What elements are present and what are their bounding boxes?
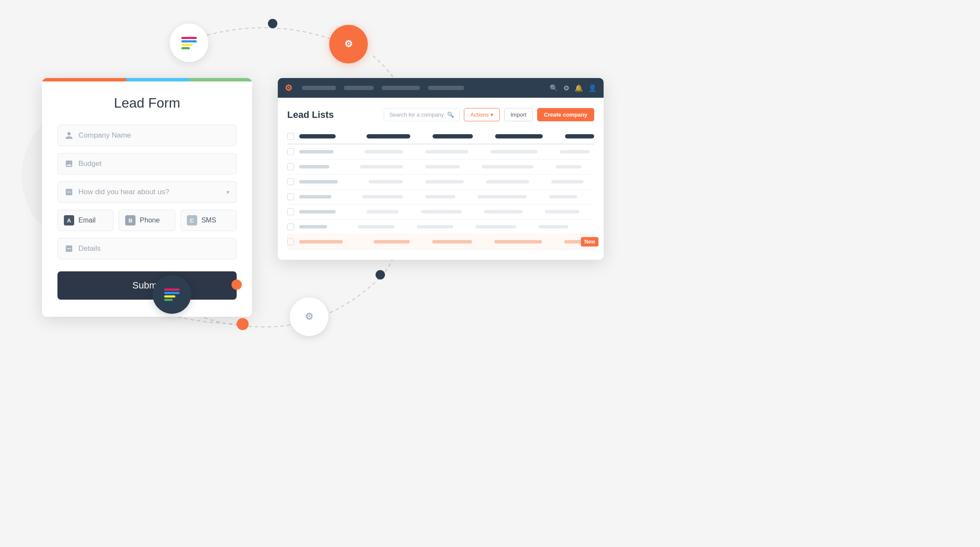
email-button[interactable]: A Email xyxy=(57,210,114,231)
crm-table: New xyxy=(287,129,594,249)
col-header-3 xyxy=(433,134,473,138)
row-cell xyxy=(299,195,331,198)
row-cell xyxy=(425,195,455,198)
sms-badge: C xyxy=(187,215,197,225)
row-checkbox-new[interactable] xyxy=(287,238,294,245)
table-row[interactable] xyxy=(287,159,594,174)
row-cell xyxy=(425,180,464,183)
details-placeholder: Details xyxy=(78,244,101,253)
crm-title: Lead Lists xyxy=(287,109,334,120)
row-checkbox[interactable] xyxy=(287,148,294,155)
budget-field[interactable]: Budget xyxy=(57,153,237,174)
row-cell xyxy=(369,180,403,183)
phone-button[interactable]: B Phone xyxy=(119,210,175,231)
notifications-icon[interactable]: 🔔 xyxy=(574,84,583,92)
table-row[interactable] xyxy=(287,219,594,234)
actions-label: Actions xyxy=(470,111,489,118)
nav-item-1[interactable] xyxy=(302,86,336,90)
chevron-down-icon: ▾ xyxy=(226,189,229,195)
row-cell xyxy=(425,165,460,168)
row-cell xyxy=(556,165,581,168)
row-checkbox[interactable] xyxy=(287,163,294,170)
col-header-2 xyxy=(367,134,410,138)
crm-nav-icons: 🔍 ⚙ 🔔 👤 xyxy=(550,84,597,92)
form-top-bar xyxy=(42,78,252,81)
phone-badge: B xyxy=(125,215,135,225)
row-cell xyxy=(299,225,327,228)
person-icon xyxy=(65,131,73,140)
nav-item-2[interactable] xyxy=(344,86,374,90)
row-cell xyxy=(362,195,403,198)
table-header-row xyxy=(287,129,594,144)
row-cell xyxy=(421,210,462,213)
table-row[interactable] xyxy=(287,144,594,159)
row-cell xyxy=(364,150,403,153)
col-header-4 xyxy=(495,134,543,138)
crm-header-row: Lead Lists Search for a company 🔍 Action… xyxy=(287,108,594,121)
row-cell xyxy=(299,165,329,168)
crm-body: Lead Lists Search for a company 🔍 Action… xyxy=(278,98,604,260)
company-search-box[interactable]: Search for a company 🔍 xyxy=(384,108,460,121)
crm-actions-row: Search for a company 🔍 Actions ▾ Import … xyxy=(384,108,594,121)
checkbox-icon xyxy=(65,188,73,196)
row-cell xyxy=(299,150,334,153)
source-placeholder: How did you hear about us? xyxy=(78,188,169,196)
row-cell-new xyxy=(374,240,410,243)
sms-label: SMS xyxy=(201,216,216,224)
crm-hubspot-logo: ⚙ xyxy=(285,83,292,93)
row-checkbox[interactable] xyxy=(287,208,294,215)
row-cell xyxy=(475,225,516,228)
row-cell xyxy=(425,150,468,153)
image-icon xyxy=(65,159,73,168)
crm-topbar: ⚙ 🔍 ⚙ 🔔 👤 xyxy=(278,78,604,98)
header-checkbox[interactable] xyxy=(287,133,294,140)
row-cell xyxy=(538,225,568,228)
hubspot-icon-gray: ⚙ xyxy=(290,298,328,336)
email-label: Email xyxy=(78,216,96,224)
user-avatar[interactable]: 👤 xyxy=(588,84,597,92)
row-cell xyxy=(560,150,590,153)
row-cell-new xyxy=(494,240,542,243)
row-cell xyxy=(299,180,338,183)
phone-label: Phone xyxy=(140,216,159,224)
row-cell xyxy=(482,165,533,168)
table-row[interactable] xyxy=(287,204,594,219)
submit-button-container: Submit xyxy=(57,270,237,300)
create-company-button[interactable]: Create company xyxy=(537,108,594,121)
nav-item-3[interactable] xyxy=(382,86,420,90)
actions-chevron: ▾ xyxy=(490,111,493,118)
search-icon[interactable]: 🔍 xyxy=(550,84,558,92)
row-cell xyxy=(486,180,529,183)
email-badge: A xyxy=(64,215,74,225)
row-checkbox[interactable] xyxy=(287,178,294,185)
row-checkbox[interactable] xyxy=(287,193,294,200)
nav-item-4[interactable] xyxy=(428,86,464,90)
table-row-new[interactable]: New xyxy=(287,234,594,249)
col-header-1 xyxy=(299,134,336,138)
details-field[interactable]: Details xyxy=(57,238,237,259)
stack-bars-white xyxy=(181,37,197,49)
import-button[interactable]: Import xyxy=(504,108,533,121)
table-row[interactable] xyxy=(287,174,594,189)
hubspot-logo-bottom: ⚙ xyxy=(305,311,313,322)
row-cell xyxy=(367,210,399,213)
lead-form-title: Lead Form xyxy=(57,95,237,111)
row-cell xyxy=(490,150,538,153)
table-row[interactable] xyxy=(287,189,594,204)
row-checkbox[interactable] xyxy=(287,223,294,230)
source-dropdown[interactable]: How did you hear about us? ▾ xyxy=(57,181,237,203)
row-cell-new xyxy=(432,240,472,243)
top-dot xyxy=(268,19,277,28)
actions-button[interactable]: Actions ▾ xyxy=(464,108,500,121)
row-cell xyxy=(417,225,453,228)
row-cell xyxy=(360,165,403,168)
company-name-field[interactable]: Company Name xyxy=(57,125,237,146)
col-header-5 xyxy=(565,134,594,138)
bottom-right-dot xyxy=(376,270,385,280)
sms-button[interactable]: C SMS xyxy=(180,210,237,231)
submit-button[interactable]: Submit xyxy=(57,271,237,300)
crm-window: ⚙ 🔍 ⚙ 🔔 👤 Lead Lists Search for a compan… xyxy=(278,78,604,260)
submit-dot xyxy=(231,280,242,290)
stack-icon-dark xyxy=(153,275,191,314)
settings-icon[interactable]: ⚙ xyxy=(563,84,569,92)
